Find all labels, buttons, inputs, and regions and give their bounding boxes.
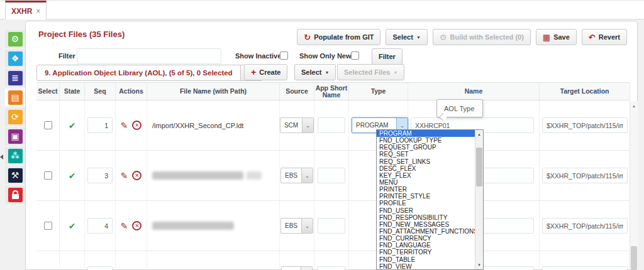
type-option[interactable]: FND_LOOKUP_TYPE [377,137,475,144]
section-selector[interactable]: 9. Application Object Library (AOL), (5 … [36,65,263,81]
type-option[interactable]: REQUEST_GROUP [377,144,475,151]
save-button[interactable]: ▦ Save [536,29,577,45]
build-with-selected-button[interactable]: ⚙ Build with Selected (0) [433,29,531,45]
col-type: Type [349,83,408,100]
type-dropdown-list: PROGRAMFND_LOOKUP_TYPEREQUEST_GROUPREQ_S… [376,129,484,270]
scroll-up-icon[interactable]: ▲ [475,131,483,138]
source-select[interactable]: EBS ⌄ [280,218,313,234]
create-button[interactable]: + Create [244,64,287,80]
populate-from-git-button[interactable]: ↻ Populate from GIT [297,29,380,45]
app-short-name-input[interactable] [318,218,345,234]
show-only-new-label: Show Only New [299,52,352,60]
type-option[interactable]: FND_USER [377,207,475,214]
table-scrollbar[interactable]: ▲ [630,101,638,269]
delete-icon[interactable]: ✕ [132,121,142,130]
row-checkbox[interactable] [44,121,52,129]
edit-icon[interactable]: ✎ [121,221,128,231]
show-only-new-checkbox[interactable] [351,51,359,60]
scroll-up-icon[interactable]: ▲ [630,102,638,110]
type-option[interactable]: FND_TABLE [377,256,475,263]
col-actions: Actions [116,83,147,100]
sidebar-item-checklist[interactable]: ≣ [5,69,25,87]
source-select[interactable]: EBS ⌄ [280,168,313,183]
row-checkbox[interactable] [44,222,52,230]
row-checkbox[interactable] [44,171,52,180]
type-option[interactable]: FND_TERRITORY [377,249,475,256]
toolbar: ↻ Populate from GIT Select ▼ ⚙ Build wit… [297,29,627,45]
section-row: 9. Application Object Library (AOL), (5 … [26,65,638,82]
tab-xxhr[interactable]: XXHR × [5,1,47,20]
type-option[interactable]: FND_VIEW [377,263,475,269]
collapse-arrow-icon[interactable] [0,154,3,159]
page-title: Project Files (35 Files) [38,30,125,39]
filter-button[interactable]: Filter [372,48,402,65]
edit-icon[interactable]: ✎ [121,121,128,131]
section-select-dropdown-button[interactable]: Select ▼ [294,64,336,80]
source-select[interactable]: SCM ⌄ [280,117,314,133]
file-name-text: /import/XXHR_Second_CP.ldt [152,122,243,129]
revert-button[interactable]: ↶ Revert [582,29,627,45]
document-icon: ▤ [8,90,23,105]
type-option[interactable]: PROGRAM [377,130,475,137]
sidebar-item-document[interactable]: ▤ [5,89,25,106]
redacted-file-name [247,171,262,180]
target-location-input[interactable] [542,168,628,183]
tab-label: XXHR [11,7,32,16]
type-option[interactable]: MENU [377,179,475,186]
type-option[interactable]: PRINTER [377,186,475,193]
type-option[interactable]: KEY_FLEX [377,172,475,179]
sidebar-item-gear[interactable]: ⚙ [5,30,25,48]
target-location-input[interactable] [542,266,628,270]
gear-icon: ⚙ [440,33,447,41]
tab-close-icon[interactable]: × [36,8,40,15]
delete-icon[interactable]: ✕ [132,221,142,230]
type-option[interactable]: FND_ATTACHMENT_FUNCTIONS [377,228,475,235]
select-dropdown-button[interactable]: Select ▼ [386,29,427,45]
sidebar-item-network[interactable]: ⁂ [5,147,25,165]
type-option[interactable]: FND_NEW_MESSAGES [377,221,475,228]
source-value: EBS [281,168,301,183]
delete-icon[interactable]: ✕ [132,171,142,180]
type-option[interactable]: PRINTER_STYLE [377,193,475,200]
target-location-input[interactable] [542,218,628,234]
populate-from-git-label: Populate from GIT [314,33,374,41]
source-value: EBS [281,219,301,233]
filter-button-label: Filter [379,53,396,60]
type-option[interactable]: FND_LANGUAGE [377,242,475,249]
app-short-name-input[interactable] [318,117,345,133]
seq-input[interactable] [87,266,113,270]
chevron-down-icon: ▼ [325,70,329,75]
sidebar-item-robot-arm[interactable]: ⚒ [5,166,25,184]
app-short-name-input[interactable] [318,168,345,183]
seq-input[interactable] [87,168,113,183]
edit-icon[interactable]: ✎ [121,171,128,181]
seq-input[interactable] [87,117,113,133]
dropdown-scrollbar[interactable]: ▲ ▼ [475,130,483,269]
robot-arm-icon: ⚒ [8,168,23,183]
filter-input[interactable] [77,48,221,64]
show-inactive-checkbox[interactable] [280,51,288,60]
source-value [282,267,301,270]
source-select[interactable]: ⌄ [281,266,313,270]
sidebar-item-sync[interactable]: ⟳ [5,108,25,126]
sidebar-item-cluster[interactable]: ❖ [5,50,25,67]
sidebar: ⚙❖≣▤⟳▣⁂⚒ [5,30,25,203]
scrollbar-thumb[interactable] [631,246,637,269]
scrollbar-thumb[interactable] [476,148,482,186]
type-option[interactable]: FND_RESPONSIBILITY [377,214,475,221]
filter-row: Filter Show Inactive Show Only New Filte… [26,48,638,65]
sidebar-item-clipboard[interactable]: ▣ [5,127,25,145]
sidebar-item-lock[interactable] [5,186,25,203]
seq-input[interactable] [87,218,113,234]
scroll-down-icon[interactable]: ▼ [475,261,483,269]
target-location-input[interactable] [542,117,628,133]
type-option[interactable]: REQ_SET [377,151,475,158]
app-short-name-input[interactable] [318,266,345,270]
type-option[interactable]: FND_CURRENCY [377,235,475,242]
delete-x: ✕ [135,223,140,229]
type-option[interactable]: REQ_SET_LINKS [377,158,475,165]
type-option[interactable]: PROFILE [377,200,475,207]
selected-files-button[interactable]: Selected Files ▼ [337,64,404,80]
type-option[interactable]: DESC_FLEX [377,165,475,172]
table-row: ✔ ✎ ✕ EBS ⌄ [36,201,630,251]
